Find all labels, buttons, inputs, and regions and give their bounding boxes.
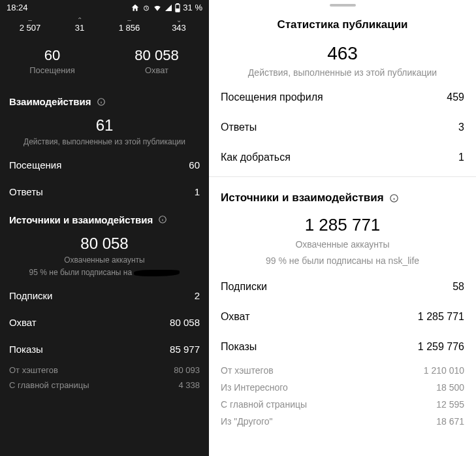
- interactions-header: Взаимодействия: [0, 87, 209, 110]
- sub-value: 4 338: [178, 380, 200, 390]
- sources-subtitle-2: 95 % не были подписаны на: [9, 268, 200, 278]
- sources-summary: 80 058 Охваченные аккаунты 95 % не были …: [0, 228, 209, 282]
- kv-key: Показы: [9, 344, 43, 355]
- kv-value: 85 977: [170, 344, 200, 355]
- kv-value: 2: [195, 290, 200, 301]
- sub-row: От хэштегов 80 093: [0, 363, 209, 378]
- sub-value: 80 093: [174, 365, 200, 375]
- reach-label: Охват: [104, 65, 209, 75]
- status-time: 18:24: [7, 3, 28, 12]
- interactions-number: 61: [9, 116, 200, 135]
- kv-row[interactable]: Подписки 2: [0, 282, 209, 309]
- visits-label: Посещения: [0, 65, 104, 75]
- interactions-header-label: Взаимодействия: [9, 96, 91, 107]
- kv-value: 58: [452, 281, 464, 293]
- sources-number: 80 058: [9, 235, 200, 253]
- mini-stat-value: 31: [75, 23, 84, 33]
- kv-key: Подписки: [221, 281, 267, 293]
- kv-row[interactable]: Ответы 3: [209, 112, 476, 142]
- signal-icon: [165, 4, 172, 12]
- top-number: 463: [218, 43, 467, 64]
- sub-row: От хэштегов 1 210 010: [209, 362, 476, 379]
- kv-value: 1: [195, 186, 200, 197]
- sub-row: Из Интересного 18 500: [209, 379, 476, 396]
- sub-key: От хэштегов: [221, 365, 274, 376]
- kv-key: Охват: [9, 317, 37, 328]
- mini-stat-value: 343: [172, 23, 186, 33]
- sources-header-label: Источники и взаимодействия: [9, 214, 153, 225]
- sub-key: Из Интересного: [221, 382, 288, 393]
- kv-key: Ответы: [221, 122, 257, 133]
- kv-row[interactable]: Подписки 58: [209, 272, 476, 302]
- top-subtitle: Действия, выполненные из этой публикации: [218, 67, 467, 78]
- phone-right-light: Статистика публикации 463 Действия, выпо…: [209, 0, 476, 456]
- sources-subtitle-1: Охваченные аккаунты: [9, 255, 200, 266]
- alarm-icon: [142, 4, 150, 12]
- dash-icon: –: [5, 16, 55, 23]
- kv-value: 459: [447, 91, 464, 103]
- kv-value: 1 259 776: [418, 341, 464, 353]
- mini-stats-row: –2 507 ⌃31 –1 856 ⌄343: [0, 15, 209, 38]
- mini-stat-value: 2 507: [20, 23, 41, 33]
- dash-icon: ⌃: [55, 16, 104, 23]
- kv-key: Посещения: [9, 159, 61, 171]
- info-icon[interactable]: [97, 97, 106, 106]
- info-icon[interactable]: [158, 215, 167, 224]
- top-summary: 463 Действия, выполненные из этой публик…: [209, 37, 476, 82]
- interactions-summary: 61 Действия, выполненные из этой публика…: [0, 110, 209, 152]
- kv-value: 3: [458, 122, 464, 133]
- sub-row: Из "Другого" 18 671: [209, 413, 476, 430]
- kv-row[interactable]: Охват 1 285 771: [209, 302, 476, 332]
- kv-value: 60: [189, 159, 200, 171]
- mini-stat-value: 1 856: [119, 23, 140, 33]
- kv-row[interactable]: Посещения 60: [0, 152, 209, 178]
- kv-row[interactable]: Посещения профиля 459: [209, 82, 476, 112]
- kv-key: Показы: [221, 341, 257, 353]
- wifi-icon: [153, 3, 162, 12]
- sources-subtitle-1: Охваченные аккаунты: [218, 238, 467, 252]
- sub-key: С главной страницы: [221, 399, 307, 410]
- interactions-subtitle: Действия, выполненные из этой публикации: [9, 137, 200, 148]
- dash-icon: ⌄: [154, 16, 204, 23]
- sub-key: С главной страницы: [9, 380, 89, 390]
- phone-left-dark: 18:24 31 % –2 507 ⌃31 –1 856 ⌄343: [0, 0, 209, 456]
- sources-subtitle-2: 99 % не были подписаны на nsk_life: [218, 254, 467, 268]
- dash-icon: –: [104, 16, 154, 23]
- sub-key: Из "Другого": [221, 416, 273, 427]
- kv-row[interactable]: Как добраться 1: [209, 142, 476, 172]
- home-icon: [131, 3, 140, 12]
- svg-rect-3: [176, 8, 180, 11]
- kv-row[interactable]: Ответы 1: [0, 178, 209, 205]
- visits-value: 60: [0, 47, 104, 64]
- sources-number: 1 285 771: [218, 215, 467, 235]
- info-icon[interactable]: [389, 193, 399, 203]
- sources-summary: 1 285 771 Охваченные аккаунты 99 % не бы…: [209, 208, 476, 272]
- status-battery-percent: 31 %: [183, 3, 202, 12]
- kv-row[interactable]: Охват 80 058: [0, 309, 209, 336]
- kv-value: 1 285 771: [418, 311, 464, 323]
- sub-value: 18 500: [436, 382, 464, 393]
- kv-key: Посещения профиля: [221, 91, 323, 103]
- visits-reach-row: 60 Посещения 80 058 Охват: [0, 38, 209, 87]
- sources-header-label: Источники и взаимодействия: [221, 191, 384, 204]
- sub-value: 1 210 010: [424, 365, 464, 376]
- sub-value: 12 595: [436, 399, 464, 410]
- sub-row: С главной страницы 12 595: [209, 396, 476, 413]
- sub-value: 18 671: [436, 416, 464, 427]
- page-title: Статистика публикации: [209, 7, 476, 37]
- sub-row: С главной страницы 4 338: [0, 378, 209, 393]
- kv-key: Как добраться: [221, 152, 291, 163]
- kv-key: Ответы: [9, 186, 43, 197]
- kv-row[interactable]: Показы 1 259 776: [209, 332, 476, 362]
- kv-key: Охват: [221, 311, 249, 323]
- kv-row[interactable]: Показы 85 977: [0, 336, 209, 363]
- status-bar: 18:24 31 %: [0, 0, 209, 15]
- kv-value: 80 058: [170, 317, 200, 328]
- kv-key: Подписки: [9, 290, 53, 301]
- svg-rect-2: [177, 3, 179, 5]
- battery-icon: [175, 3, 180, 12]
- sub-key: От хэштегов: [9, 365, 58, 375]
- kv-value: 1: [458, 152, 464, 163]
- redacted-account-name: [134, 270, 180, 276]
- sources-subtitle-2-text: 95 % не были подписаны на: [29, 268, 133, 277]
